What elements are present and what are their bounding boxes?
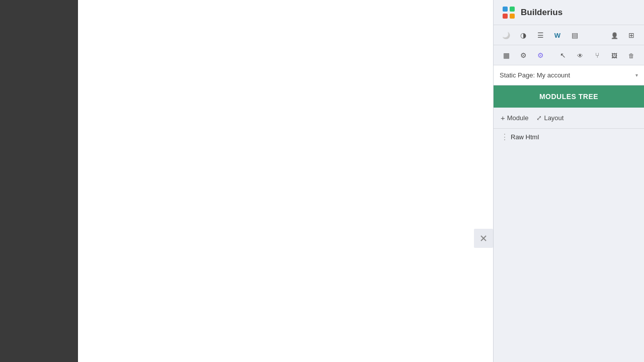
layout-add-icon: ⤢ xyxy=(536,114,542,122)
branch-icon xyxy=(595,51,599,59)
delete-btn[interactable] xyxy=(624,48,639,62)
svg-rect-4 xyxy=(503,14,508,19)
settings2-icon xyxy=(537,51,544,59)
add-row: + Module ⤢ Layout xyxy=(494,108,644,129)
left-border xyxy=(0,0,78,362)
page-icon xyxy=(572,31,578,39)
panel-header: Builderius xyxy=(494,0,644,25)
moon-icon xyxy=(502,31,510,39)
page-selector[interactable]: Static Page: My account ▾ xyxy=(494,65,644,85)
add-layout-button[interactable]: ⤢ Layout xyxy=(536,114,564,122)
tree-item-raw-html[interactable]: Raw Html xyxy=(494,129,644,145)
image-icon xyxy=(611,51,617,59)
tree-content: Raw Html xyxy=(494,129,644,362)
settings-btn[interactable] xyxy=(516,48,531,62)
user-icon xyxy=(611,31,618,39)
eye-icon xyxy=(577,51,583,59)
svg-rect-3 xyxy=(510,7,515,12)
page-view-btn[interactable] xyxy=(567,28,582,42)
layout-grid-btn[interactable] xyxy=(499,48,514,62)
branch-btn[interactable] xyxy=(590,48,605,62)
contrast-btn[interactable] xyxy=(516,28,531,42)
trash-icon xyxy=(628,51,634,59)
logo-icon xyxy=(501,5,517,21)
toolbar-row-1 xyxy=(494,25,644,45)
list-view-btn[interactable] xyxy=(533,28,548,42)
chevron-down-icon: ▾ xyxy=(635,72,638,78)
page-selector-label: Static Page: My account xyxy=(500,71,570,79)
user-btn[interactable] xyxy=(607,28,622,42)
svg-rect-5 xyxy=(510,14,515,19)
right-panel: Builderius xyxy=(493,0,644,362)
modules-tree-header: MODULES TREE xyxy=(494,85,644,108)
settings2-btn[interactable] xyxy=(533,48,548,62)
settings-icon xyxy=(520,51,527,59)
layers-icon xyxy=(628,31,634,39)
image-btn[interactable] xyxy=(607,48,622,62)
app-title: Builderius xyxy=(521,8,562,18)
modules-tree-title: MODULES TREE xyxy=(539,93,598,101)
add-module-plus-icon: + xyxy=(501,114,505,122)
wp-icon xyxy=(554,31,560,39)
wp-btn[interactable] xyxy=(550,28,565,42)
svg-rect-2 xyxy=(503,7,508,12)
cursor-btn[interactable] xyxy=(555,48,571,62)
toolbar-row-2 xyxy=(494,45,644,65)
contrast-icon xyxy=(520,31,526,39)
add-module-button[interactable]: + Module xyxy=(501,114,528,122)
preview-btn[interactable] xyxy=(573,48,588,62)
dark-mode-btn[interactable] xyxy=(499,28,514,42)
list-icon xyxy=(537,31,544,39)
cursor-icon xyxy=(560,51,566,59)
add-layout-label: Layout xyxy=(544,114,564,122)
add-module-label: Module xyxy=(507,114,529,122)
canvas-area xyxy=(78,0,493,362)
layers-btn[interactable] xyxy=(624,28,639,42)
tree-item-label: Raw Html xyxy=(511,133,539,141)
layout-grid-icon xyxy=(503,51,510,59)
close-button[interactable] xyxy=(474,229,493,248)
drag-handle-icon xyxy=(501,132,508,142)
